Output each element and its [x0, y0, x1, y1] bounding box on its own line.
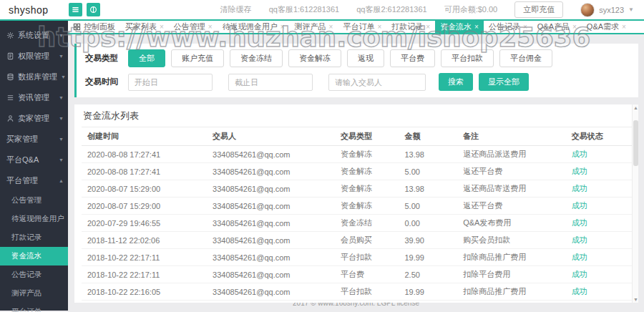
- table-row: 2018-10-22 22:16:053340854261@qq.com平台扣款…: [82, 283, 638, 301]
- sidebar-subitem[interactable]: 公告管理: [0, 191, 68, 210]
- filter-type-button[interactable]: 账户充值: [171, 49, 224, 67]
- sidebar-subitem-label: 测评产品: [11, 288, 42, 298]
- tab[interactable]: 控制面板: [68, 21, 120, 33]
- table-cell: 扣除平台费用: [457, 301, 566, 303]
- start-date-input[interactable]: [128, 74, 213, 91]
- tab[interactable]: Q&A产品×: [532, 21, 582, 33]
- table-cell: 扣除商品推广费用: [457, 249, 566, 266]
- scrollbar-thumb[interactable]: [633, 120, 638, 166]
- tab-label: 待返现佣金用户: [223, 21, 278, 32]
- tab-close-icon[interactable]: ×: [377, 24, 381, 31]
- sidebar-item[interactable]: 买家管理▼: [0, 129, 68, 150]
- tab[interactable]: 打款记录×: [386, 21, 435, 33]
- scroll-up-icon[interactable]: ▲: [633, 105, 638, 110]
- table-cell: 会员购买: [335, 232, 399, 249]
- table-cell: 2018-10-22 22:16:05: [82, 283, 207, 301]
- tab-close-icon[interactable]: ×: [329, 24, 333, 31]
- tab[interactable]: 资金流水×: [435, 21, 484, 33]
- tab-close-icon[interactable]: ×: [426, 24, 430, 31]
- sidebar-subitem[interactable]: 资金流水: [0, 247, 68, 265]
- filter-type-button[interactable]: 全部: [128, 49, 165, 67]
- filter-type-button[interactable]: 平台费: [390, 49, 435, 67]
- table-cell: 3340854261@qq.com: [207, 215, 335, 232]
- table-cell: Q&A发布费用: [457, 215, 566, 232]
- tab-close-icon[interactable]: ×: [622, 24, 626, 31]
- tab-close-icon[interactable]: ×: [160, 24, 164, 31]
- sidebar-subitem[interactable]: 公告记录: [0, 265, 68, 284]
- table-row: 2020-08-08 17:27:413340854261@qq.com资金解冻…: [82, 163, 638, 180]
- clear-cache-link[interactable]: 清除缓存: [220, 4, 252, 15]
- table-cell: 19.99: [399, 249, 457, 266]
- table-cell: 退还商品派送费用: [457, 146, 566, 163]
- tab[interactable]: 待返现佣金用户×: [218, 21, 290, 33]
- tab-close-icon[interactable]: ×: [208, 24, 213, 31]
- filter-type-button[interactable]: 平台佣金: [499, 49, 552, 67]
- tab-close-icon[interactable]: ×: [572, 24, 577, 31]
- table-cell: 2020-08-07 15:29:00: [82, 180, 207, 198]
- filter-type-button[interactable]: 资金冻结: [230, 49, 283, 67]
- tab-close-icon[interactable]: ×: [523, 24, 527, 31]
- tab-label: 控制面板: [84, 21, 115, 32]
- tab[interactable]: 公告记录×: [484, 21, 532, 33]
- filter-type-button[interactable]: 资金解冻: [288, 49, 341, 67]
- tab[interactable]: Q&A需求×: [582, 21, 631, 33]
- sidebar-subitem[interactable]: 打款记录: [0, 228, 68, 247]
- search-button[interactable]: 搜索: [439, 73, 473, 91]
- trader-input[interactable]: [328, 74, 426, 91]
- tab[interactable]: 测评产品×: [290, 21, 338, 33]
- user-menu[interactable]: syx123 ▼: [580, 3, 634, 17]
- table-cell: 3340854261@qq.com: [207, 198, 335, 215]
- sidebar-subitem[interactable]: 平台订单: [0, 303, 68, 312]
- recharge-button[interactable]: 立即充值: [514, 1, 563, 18]
- tab[interactable]: 公告管理×: [169, 21, 218, 33]
- chevron-down-icon: ▼: [59, 116, 64, 121]
- status-cell: 成功: [566, 266, 638, 283]
- layout-toggle-button[interactable]: [87, 3, 100, 16]
- topbar-right: 清除缓存 qq客服1:612281361 qq客服2:612281361 可用余…: [220, 1, 644, 18]
- sidebar-item[interactable]: 平台Q&A▼: [0, 150, 68, 170]
- filter-type-button[interactable]: 平台扣款: [441, 49, 494, 67]
- filter-panel: 交易类型 全部账户充值资金冻结资金解冻返现平台费平台扣款平台佣金 交易时间 搜索…: [74, 44, 638, 97]
- show-all-button[interactable]: 显示全部: [479, 73, 529, 91]
- table-cell: 3340854261@qq.com: [207, 232, 335, 249]
- table-cell: 资金冻结: [335, 215, 399, 232]
- tab[interactable]: 平台订单×: [338, 21, 386, 33]
- sidebar-subitem-label: 公告记录: [11, 270, 42, 280]
- type-filter-label: 交易类型: [85, 53, 118, 64]
- sidebar-subitem-label: 平台订单: [11, 307, 42, 312]
- table-cell: 资金解冻: [335, 180, 399, 198]
- chevron-down-icon: ▼: [59, 95, 64, 100]
- sidebar-item[interactable]: 卖家管理▼: [0, 108, 68, 129]
- sidebar-item[interactable]: 系统设置▼: [0, 25, 68, 46]
- table-cell: 购买会员扣款: [457, 232, 566, 249]
- gear-icon: [6, 31, 14, 39]
- end-date-input[interactable]: [228, 74, 313, 91]
- sidebar-item[interactable]: 平台管理▲: [0, 170, 68, 191]
- table-row: 2020-08-07 15:29:003340854261@qq.com资金解冻…: [82, 198, 638, 215]
- table-cell: 2018-10-22 22:17:11: [82, 249, 207, 266]
- sidebar-item[interactable]: 资讯管理▼: [0, 87, 68, 108]
- filter-type-button[interactable]: 返现: [347, 49, 384, 67]
- sidebar-subitem[interactable]: 待返现佣金用户: [0, 210, 68, 228]
- sidebar-item[interactable]: 数据库管理▼: [0, 67, 68, 87]
- table-row: 2020-08-07 15:29:003340854261@qq.com资金解冻…: [82, 180, 638, 198]
- tab-close-icon[interactable]: ×: [474, 24, 479, 31]
- sidebar-subitem[interactable]: 测评产品: [0, 284, 68, 303]
- avatar[interactable]: [580, 3, 595, 17]
- sidebar-item-label: 系统设置: [18, 30, 49, 41]
- table-cell: 2020-08-08 17:27:41: [82, 146, 207, 163]
- sidebar-item[interactable]: 权限管理▼: [0, 46, 68, 67]
- table-row: 2018-10-22 22:17:113340854261@qq.com平台扣款…: [82, 249, 638, 266]
- table-scrollbar[interactable]: ▲ ▼: [632, 104, 638, 303]
- status-cell: 成功: [566, 232, 638, 249]
- table-cell: 5.00: [399, 198, 457, 215]
- column-header: 创建时间: [82, 127, 207, 146]
- tab-close-icon[interactable]: ×: [280, 24, 285, 31]
- sidebar-subitem-label: 打款记录: [11, 233, 42, 243]
- table-cell: 5.00: [399, 163, 457, 180]
- scroll-down-icon[interactable]: ▼: [633, 297, 638, 302]
- status-cell: 成功: [566, 198, 638, 215]
- qq-service-2: qq客服2:612281361: [356, 4, 426, 15]
- sidebar-toggle-button[interactable]: [69, 3, 82, 16]
- tab[interactable]: 买家列表×: [120, 21, 169, 33]
